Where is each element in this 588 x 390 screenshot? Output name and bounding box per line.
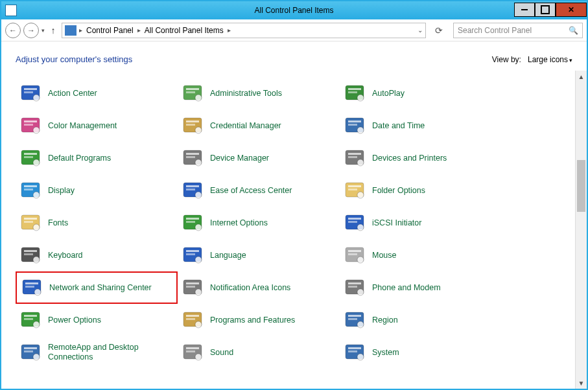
control-panel-item[interactable]: Administrative Tools [178, 77, 340, 109]
svg-rect-57 [348, 218, 361, 220]
phone-and-modem-icon [344, 277, 366, 299]
control-panel-window: All Control Panel Items ← → ▾ ↑ ▸ Contro… [0, 0, 588, 390]
item-label: Folder Options [372, 186, 425, 196]
date-and-time-icon [344, 115, 366, 137]
control-panel-item[interactable]: Default Programs [16, 142, 178, 174]
svg-point-55 [195, 224, 202, 231]
svg-point-3 [33, 95, 40, 101]
svg-rect-65 [186, 250, 199, 252]
control-panel-item[interactable]: Phone and Modem [340, 271, 502, 304]
scrollbar-thumb[interactable] [577, 160, 585, 212]
svg-rect-2 [24, 91, 33, 93]
vertical-scrollbar[interactable]: ▲ ▼ [575, 71, 587, 389]
control-panel-item[interactable]: Fonts [16, 207, 178, 239]
control-panel-item[interactable]: System [340, 336, 502, 369]
control-panel-item[interactable]: Sound [178, 336, 340, 369]
svg-rect-9 [348, 88, 361, 90]
svg-rect-6 [186, 91, 195, 93]
control-panel-item[interactable]: Color Management [16, 109, 178, 142]
control-panel-item[interactable]: Network and Sharing Center [16, 271, 178, 304]
svg-point-99 [33, 354, 40, 360]
control-panel-item[interactable]: Power Options [16, 304, 178, 336]
svg-rect-86 [24, 318, 33, 320]
control-panel-item[interactable]: Region [340, 304, 502, 336]
svg-rect-61 [24, 250, 37, 252]
control-panel-item[interactable]: iSCSI Initiator [340, 207, 502, 239]
svg-point-35 [357, 159, 364, 166]
refresh-button[interactable]: ⟳ [431, 23, 447, 38]
notification-area-icons-icon [182, 277, 204, 299]
svg-point-63 [33, 257, 40, 263]
chevron-right-icon[interactable]: ▸ [79, 27, 82, 34]
svg-rect-26 [24, 156, 33, 158]
scroll-down-arrow-icon[interactable]: ▼ [576, 377, 587, 389]
items-area: Action CenterAdministrative ToolsAutoPla… [1, 71, 575, 389]
control-panel-item[interactable]: Programs and Features [178, 304, 340, 336]
svg-point-47 [357, 192, 364, 198]
svg-rect-41 [186, 185, 199, 187]
control-panel-item[interactable]: Mouse [340, 239, 502, 271]
control-panel-item[interactable]: Internet Options [178, 207, 340, 239]
svg-point-11 [357, 95, 364, 101]
address-dropdown-icon[interactable]: ⌄ [417, 27, 423, 34]
svg-rect-13 [24, 120, 37, 122]
svg-point-87 [33, 321, 40, 328]
svg-rect-58 [348, 221, 357, 223]
item-label: Color Management [48, 121, 117, 131]
ease-of-access-center-icon [182, 179, 204, 201]
control-panel-item[interactable]: Credential Manager [178, 109, 340, 142]
breadcrumb-control-panel[interactable]: Control Panel [84, 25, 136, 36]
back-button[interactable]: ← [5, 23, 21, 38]
item-label: Language [210, 251, 246, 260]
search-input[interactable]: Search Control Panel 🔍 [453, 23, 583, 38]
svg-rect-10 [348, 91, 357, 93]
chevron-right-icon[interactable]: ▸ [228, 27, 231, 34]
svg-point-95 [357, 321, 364, 328]
svg-point-75 [34, 289, 41, 295]
chevron-right-icon[interactable]: ▸ [137, 27, 141, 34]
control-panel-item[interactable]: Notification Area Icons [178, 271, 340, 304]
forward-button[interactable]: → [23, 23, 39, 38]
svg-point-79 [195, 289, 202, 295]
control-panel-item[interactable]: Date and Time [340, 109, 502, 142]
item-label: Default Programs [48, 154, 111, 163]
svg-rect-37 [24, 185, 37, 187]
control-panel-item[interactable]: Language [178, 239, 340, 271]
svg-rect-66 [186, 253, 195, 255]
titlebar[interactable]: All Control Panel Items [1, 1, 587, 19]
up-button[interactable]: ↑ [47, 25, 59, 36]
item-label: RemoteApp and Desktop Connections [48, 343, 174, 362]
svg-rect-33 [348, 153, 361, 155]
control-panel-item[interactable]: Devices and Printers [340, 142, 502, 174]
item-label: Notification Area Icons [210, 283, 290, 293]
svg-rect-69 [348, 250, 361, 252]
scroll-up-arrow-icon[interactable]: ▲ [576, 71, 587, 82]
item-label: Date and Time [372, 121, 425, 131]
administrative-tools-icon [182, 82, 204, 104]
svg-point-103 [195, 354, 202, 360]
svg-rect-77 [186, 282, 199, 284]
history-dropdown-icon[interactable]: ▾ [41, 27, 45, 34]
svg-point-59 [357, 224, 364, 231]
control-panel-item[interactable]: Device Manager [178, 142, 340, 174]
item-label: Keyboard [48, 251, 83, 260]
svg-point-83 [357, 289, 364, 295]
control-panel-item[interactable]: Action Center [16, 77, 178, 109]
control-panel-item[interactable]: Ease of Access Center [178, 174, 340, 207]
scrollbar-track[interactable] [576, 82, 587, 377]
control-panel-item[interactable]: Folder Options [340, 174, 502, 207]
svg-point-67 [195, 257, 202, 263]
svg-rect-98 [24, 350, 33, 352]
control-panel-item[interactable]: AutoPlay [340, 77, 502, 109]
control-panel-item[interactable]: Display [16, 174, 178, 207]
address-bar[interactable]: ▸ Control Panel ▸ All Control Panel Item… [62, 23, 426, 38]
iscsi-initiator-icon [344, 212, 366, 234]
svg-rect-29 [186, 153, 199, 155]
svg-rect-21 [348, 120, 361, 122]
breadcrumb-all-items[interactable]: All Control Panel Items [142, 25, 226, 36]
item-label: Devices and Printers [372, 154, 447, 163]
control-panel-item[interactable]: RemoteApp and Desktop Connections [16, 336, 178, 369]
control-panel-item[interactable]: Keyboard [16, 239, 178, 271]
view-by-selector[interactable]: View by: Large icons▾ [492, 55, 572, 64]
svg-rect-62 [24, 253, 33, 255]
